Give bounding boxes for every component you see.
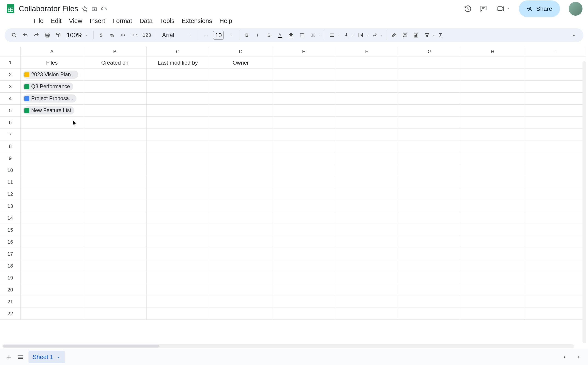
cell-A18[interactable]	[21, 260, 83, 272]
cell-E15[interactable]	[272, 224, 335, 236]
cell-B22[interactable]	[83, 308, 147, 320]
cell-C19[interactable]	[147, 272, 209, 284]
cell-E12[interactable]	[272, 188, 335, 200]
cell-H2[interactable]	[461, 69, 524, 81]
vertical-scrollbar[interactable]	[582, 61, 586, 343]
cell-F21[interactable]	[335, 296, 398, 308]
merge-cells-dropdown[interactable]	[308, 30, 321, 40]
cell-D2[interactable]	[209, 69, 272, 81]
cell-H18[interactable]	[461, 260, 524, 272]
cell-G13[interactable]	[398, 200, 461, 212]
tab-scroll-right-icon[interactable]	[573, 351, 585, 363]
cell-F4[interactable]	[335, 93, 398, 105]
font-dropdown[interactable]: Arial	[159, 32, 195, 39]
wrap-dropdown[interactable]	[356, 30, 369, 40]
cell-G7[interactable]	[398, 128, 461, 140]
cell-C4[interactable]	[147, 93, 209, 105]
sheets-logo[interactable]	[6, 4, 16, 14]
cell-I1[interactable]	[524, 57, 586, 69]
cell-F10[interactable]	[335, 164, 398, 176]
row-header-7[interactable]: 7	[0, 128, 21, 140]
cell-D15[interactable]	[209, 224, 272, 236]
cell-D17[interactable]	[209, 248, 272, 260]
cell-D4[interactable]	[209, 93, 272, 105]
cell-C6[interactable]	[147, 117, 209, 128]
cell-G20[interactable]	[398, 284, 461, 296]
row-header-10[interactable]: 10	[0, 164, 21, 176]
cell-H13[interactable]	[461, 200, 524, 212]
row-header-5[interactable]: 5	[0, 105, 21, 117]
row-header-14[interactable]: 14	[0, 212, 21, 224]
cell-D13[interactable]	[209, 200, 272, 212]
col-header-B[interactable]: B	[83, 47, 147, 57]
cell-D14[interactable]	[209, 212, 272, 224]
cell-F9[interactable]	[335, 152, 398, 164]
cell-I5[interactable]	[524, 105, 586, 117]
cell-A1[interactable]: Files	[21, 57, 83, 69]
menu-tools[interactable]: Tools	[156, 16, 178, 26]
bold-icon[interactable]: B	[242, 30, 252, 40]
cell-A14[interactable]	[21, 212, 83, 224]
cell-D20[interactable]	[209, 284, 272, 296]
cell-I4[interactable]	[524, 93, 586, 105]
cell-B18[interactable]	[83, 260, 147, 272]
cell-A19[interactable]	[21, 272, 83, 284]
cell-G6[interactable]	[398, 117, 461, 128]
cell-B4[interactable]	[83, 93, 147, 105]
cell-D10[interactable]	[209, 164, 272, 176]
insert-comment-icon[interactable]	[400, 30, 410, 40]
number-format-icon[interactable]: 123	[141, 30, 153, 40]
cell-A12[interactable]	[21, 188, 83, 200]
cell-D18[interactable]	[209, 260, 272, 272]
doc-title[interactable]: Collaborator Files	[19, 4, 78, 13]
rotate-dropdown[interactable]: A	[370, 30, 383, 40]
cell-C16[interactable]	[147, 236, 209, 248]
cell-B7[interactable]	[83, 128, 147, 140]
cell-I9[interactable]	[524, 152, 586, 164]
cell-C17[interactable]	[147, 248, 209, 260]
cell-H11[interactable]	[461, 176, 524, 188]
cell-H20[interactable]	[461, 284, 524, 296]
decrease-decimal-icon[interactable]: .0	[118, 30, 129, 40]
cell-F6[interactable]	[335, 117, 398, 128]
cell-F8[interactable]	[335, 140, 398, 152]
cell-H16[interactable]	[461, 236, 524, 248]
cell-D7[interactable]	[209, 128, 272, 140]
cell-I21[interactable]	[524, 296, 586, 308]
cell-A9[interactable]	[21, 152, 83, 164]
decrease-fontsize-icon[interactable]	[201, 30, 211, 40]
cell-B2[interactable]	[83, 69, 147, 81]
cell-G15[interactable]	[398, 224, 461, 236]
cell-F19[interactable]	[335, 272, 398, 284]
all-sheets-icon[interactable]	[15, 351, 26, 363]
cell-G14[interactable]	[398, 212, 461, 224]
cell-A4[interactable]: Project Proposa...	[21, 93, 83, 105]
cell-I2[interactable]	[524, 69, 586, 81]
file-chip[interactable]: New Feature List	[23, 106, 75, 114]
cell-D22[interactable]	[209, 308, 272, 320]
cell-I22[interactable]	[524, 308, 586, 320]
cell-F7[interactable]	[335, 128, 398, 140]
percent-icon[interactable]: %	[108, 30, 118, 40]
cell-G17[interactable]	[398, 248, 461, 260]
cell-F20[interactable]	[335, 284, 398, 296]
cell-E7[interactable]	[272, 128, 335, 140]
account-avatar[interactable]	[569, 2, 582, 16]
menu-extensions[interactable]: Extensions	[178, 16, 216, 26]
cell-H19[interactable]	[461, 272, 524, 284]
cell-F5[interactable]	[335, 105, 398, 117]
cell-F15[interactable]	[335, 224, 398, 236]
row-header-4[interactable]: 4	[0, 93, 21, 105]
cell-G21[interactable]	[398, 296, 461, 308]
row-header-11[interactable]: 11	[0, 176, 21, 188]
cell-B10[interactable]	[83, 164, 147, 176]
collapse-toolbar-icon[interactable]	[569, 30, 579, 40]
cell-A21[interactable]	[21, 296, 83, 308]
cell-I11[interactable]	[524, 176, 586, 188]
cell-A13[interactable]	[21, 200, 83, 212]
cell-F22[interactable]	[335, 308, 398, 320]
cell-H6[interactable]	[461, 117, 524, 128]
cell-G5[interactable]	[398, 105, 461, 117]
col-header-C[interactable]: C	[147, 47, 209, 57]
cell-D9[interactable]	[209, 152, 272, 164]
